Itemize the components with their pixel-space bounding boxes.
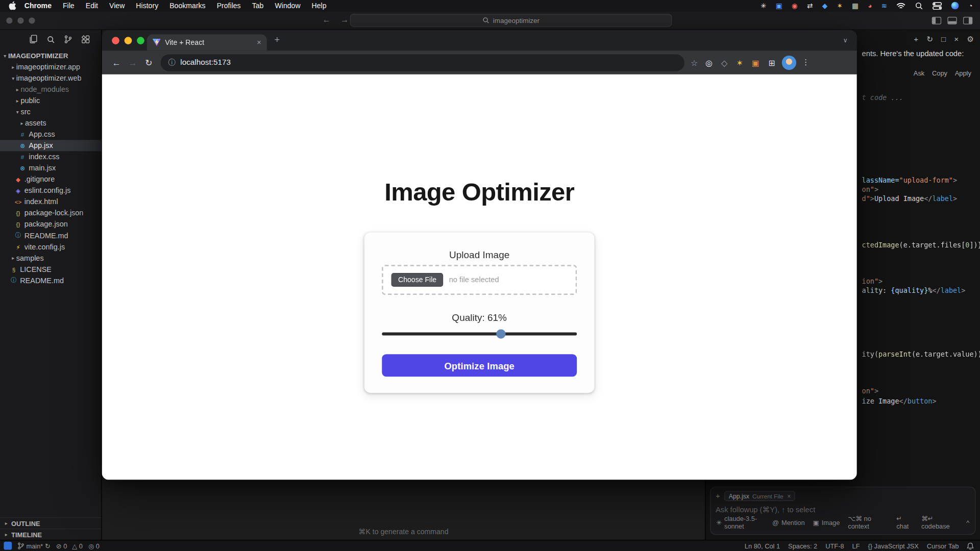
menu-item-file[interactable]: File [57, 0, 80, 11]
chrome-menu-icon[interactable]: ⋮ [802, 58, 810, 67]
display-icon[interactable]: ▣ [776, 2, 782, 9]
status-lf[interactable]: LF [852, 542, 860, 549]
minimize-button[interactable] [125, 37, 132, 44]
tree-file-package.json[interactable]: {}package.json [0, 219, 101, 230]
tree-file-.gitignore[interactable]: ◆.gitignore [0, 173, 101, 185]
tree-file-readme.md[interactable]: ⓘREADME.md [0, 275, 101, 286]
siri-icon[interactable] [951, 2, 959, 10]
tab-close-icon[interactable]: × [257, 38, 261, 47]
wifi-icon[interactable] [896, 2, 905, 9]
chat-input-container[interactable]: + App.jsx Current File × Ask followup (⌘… [710, 487, 975, 535]
site-info-icon[interactable]: ⓘ [168, 58, 175, 67]
reload-button[interactable]: ↻ [141, 58, 157, 68]
search-icon[interactable] [47, 35, 55, 46]
forward-button[interactable]: → [125, 58, 141, 68]
extension-star-icon[interactable]: ✶ [736, 58, 743, 67]
dropbox-icon[interactable]: ◆ [822, 2, 827, 9]
tree-file-index.html[interactable]: <>index.html [0, 196, 101, 207]
slider-thumb[interactable] [497, 329, 506, 338]
clock-icon[interactable]: ◔ [968, 2, 972, 9]
explorer-icon[interactable] [29, 34, 38, 46]
pinwheel-icon[interactable]: ✶ [837, 2, 842, 9]
no-context-hint[interactable]: ⌥⌘ no context [848, 515, 889, 530]
remote-indicator[interactable] [4, 542, 12, 550]
git-branch-item[interactable]: main* ↻ [17, 542, 50, 549]
extension-square-icon[interactable]: ▣ [752, 58, 760, 67]
status--javascript-jsx[interactable]: {} JavaScript JSX [868, 542, 918, 549]
tree-folder-src[interactable]: ▾src [0, 106, 101, 117]
chat-input-placeholder[interactable]: Ask followup (⌘Y), ↑ to select [716, 506, 970, 514]
status-spaces-2[interactable]: Spaces: 2 [788, 542, 817, 549]
tree-file-vite.config.js[interactable]: ⚡vite.config.js [0, 241, 101, 253]
tree-folder-node_modules[interactable]: ▸node_modules [0, 84, 101, 95]
tree-file-app.jsx[interactable]: ⊛App.jsx [0, 140, 101, 151]
extensions-puzzle-icon[interactable]: ⊞ [768, 58, 775, 67]
record-icon[interactable]: ◉ [792, 2, 798, 9]
status-ln-80-col-1[interactable]: Ln 80, Col 1 [745, 542, 780, 549]
tree-folder-imageoptimizer.app[interactable]: ▸imageoptimizer.app [0, 61, 101, 72]
editor-search-box[interactable]: imageoptimizer [350, 14, 672, 27]
menu-item-history[interactable]: History [130, 0, 164, 11]
menu-item-chrome[interactable]: Chrome [19, 2, 57, 10]
expand-toggle[interactable]: ^ [966, 518, 969, 526]
quality-slider[interactable] [382, 330, 577, 338]
tree-file-eslint.config.js[interactable]: ◈eslint.config.js [0, 185, 101, 196]
cursor-app-icon[interactable]: ✳ [761, 2, 766, 9]
docker-icon[interactable]: ≋ [881, 2, 887, 9]
clock-red-icon[interactable]: ◕ [868, 2, 872, 9]
ports-item[interactable]: ◎0 [88, 542, 100, 549]
menu-item-bookmarks[interactable]: Bookmarks [164, 0, 211, 11]
nav-forward-icon[interactable]: → [340, 15, 349, 24]
new-tab-button[interactable]: + [275, 35, 280, 44]
toggle-bottom-panel-icon[interactable] [947, 17, 957, 24]
address-bar[interactable]: ⓘ localhost:5173 [161, 54, 684, 71]
menu-item-tab[interactable]: Tab [247, 0, 270, 11]
tree-file-main.jsx[interactable]: ⊛main.jsx [0, 162, 101, 173]
problems-item[interactable]: ⊘0 △0 [56, 542, 83, 549]
back-button[interactable]: ← [108, 58, 125, 68]
model-select[interactable]: ✳claude-3.5-sonnet [716, 515, 764, 530]
timeline-section[interactable]: ▸ TIMELINE [0, 529, 101, 540]
bookmark-star-icon[interactable]: ☆ [691, 58, 698, 67]
file-input-dropzone[interactable]: Choose File no file selected [382, 265, 577, 295]
outline-section[interactable]: ▸ OUTLINE [0, 517, 101, 529]
chat-submit-hint[interactable]: ↵ chat [896, 515, 914, 530]
status-cursor-tab[interactable]: Cursor Tab [927, 542, 959, 549]
tree-file-app.css[interactable]: #App.css [0, 129, 101, 140]
tree-folder-imageoptimizer.web[interactable]: ▾imageoptimizer.web [0, 72, 101, 84]
search-icon[interactable] [915, 2, 923, 10]
browser-tab[interactable]: Vite + React × [147, 34, 267, 51]
menu-item-edit[interactable]: Edit [80, 0, 104, 11]
tree-file-index.css[interactable]: #index.css [0, 151, 101, 162]
control-center-icon[interactable] [933, 2, 942, 10]
window-close-button[interactable] [6, 17, 12, 23]
image-button[interactable]: ▣Image [813, 518, 840, 526]
grid-icon[interactable]: ▦ [852, 2, 859, 9]
remove-context-icon[interactable]: × [787, 493, 791, 499]
window-minimize-button[interactable] [17, 17, 23, 23]
mention-button[interactable]: @Mention [772, 518, 805, 526]
extension-circle-icon[interactable]: ◎ [705, 58, 713, 67]
close-button[interactable] [112, 37, 119, 44]
optimize-button[interactable]: Optimize Image [382, 354, 577, 377]
tree-file-package-lock.json[interactable]: {}package-lock.json [0, 208, 101, 219]
fullscreen-button[interactable] [137, 37, 144, 44]
status-utf-8[interactable]: UTF-8 [825, 542, 844, 549]
tree-folder-public[interactable]: ▸public [0, 95, 101, 106]
tab-search-icon[interactable]: ∨ [840, 35, 851, 46]
nav-back-icon[interactable]: ← [323, 15, 331, 24]
choose-file-button[interactable]: Choose File [391, 273, 444, 287]
menu-item-view[interactable]: View [104, 0, 130, 11]
extensions-icon[interactable] [81, 35, 90, 46]
add-context-icon[interactable]: + [716, 492, 720, 500]
toggle-right-panel-icon[interactable] [963, 17, 972, 24]
explorer-root[interactable]: ▾ IMAGEOPTIMIZER [0, 50, 101, 61]
source-control-icon[interactable] [64, 35, 72, 46]
menu-item-window[interactable]: Window [269, 0, 306, 11]
window-zoom-button[interactable] [29, 17, 35, 23]
switch-icon[interactable]: ⇄ [807, 2, 813, 9]
tree-folder-samples[interactable]: ▸samples [0, 253, 101, 264]
toggle-left-panel-icon[interactable] [932, 17, 941, 24]
context-chip[interactable]: App.jsx Current File × [724, 491, 795, 501]
sync-icon[interactable]: ↻ [45, 542, 51, 549]
